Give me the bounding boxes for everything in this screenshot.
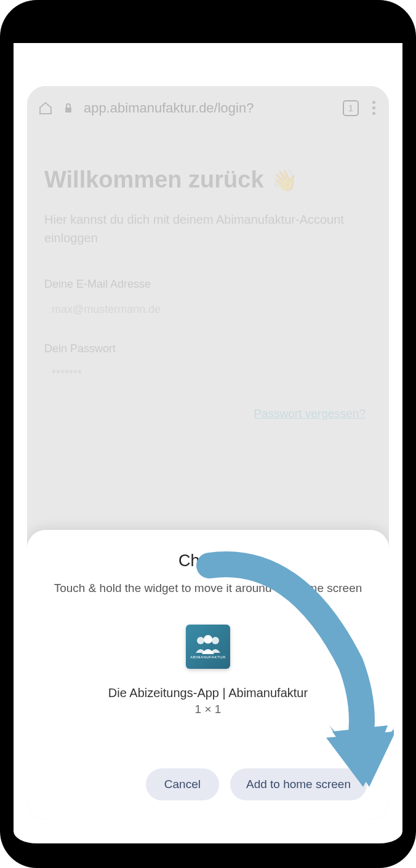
cancel-button[interactable]: Cancel (146, 768, 219, 800)
wave-emoji: 👋 (271, 168, 297, 192)
url-bar[interactable]: app.abimanufaktur.de/login? (84, 100, 332, 116)
app-icon[interactable]: ABIMANUFAKTUR (186, 625, 230, 669)
password-field[interactable]: ******* (44, 363, 372, 385)
page-heading: Willkommen zurück 👋 (44, 167, 372, 193)
login-page: Willkommen zurück 👋 Hier kannst du dich … (27, 130, 389, 420)
email-label: Deine E-Mail Adresse (44, 278, 372, 291)
tab-count: 1 (348, 103, 353, 113)
app-icon-label: ABIMANUFAKTUR (190, 655, 226, 659)
svg-point-3 (212, 637, 219, 644)
email-field[interactable]: max@mustermann.de (44, 298, 372, 321)
phone-frame: app.abimanufaktur.de/login? 1 Willkommen… (0, 0, 416, 868)
browser-toolbar: app.abimanufaktur.de/login? 1 (27, 86, 389, 130)
page-subheading: Hier kannst du dich mit deinem Abimanufa… (44, 210, 372, 247)
home-icon[interactable] (38, 101, 53, 116)
lock-icon (64, 103, 73, 113)
svg-point-1 (197, 637, 204, 644)
tabs-icon[interactable]: 1 (343, 100, 359, 116)
app-size: 1 × 1 (46, 703, 370, 716)
heading-text: Willkommen zurück (44, 167, 264, 193)
svg-rect-0 (65, 108, 71, 112)
forgot-password-link[interactable]: Passwort vergessen? (44, 407, 372, 420)
add-to-home-dialog: Chrome Touch & hold the widget to move i… (27, 530, 389, 819)
dialog-title: Chrome (46, 551, 370, 570)
add-to-home-button[interactable]: Add to home screen (230, 768, 367, 800)
more-menu-icon[interactable] (370, 98, 378, 117)
password-label: Dein Passwort (44, 342, 372, 355)
people-icon (193, 634, 223, 654)
phone-screen: app.abimanufaktur.de/login? 1 Willkommen… (27, 86, 389, 819)
svg-point-2 (204, 635, 212, 644)
app-name: Die Abizeitungs-App | Abimanufaktur (46, 686, 370, 700)
dialog-subtitle: Touch & hold the widget to move it aroun… (46, 580, 370, 597)
